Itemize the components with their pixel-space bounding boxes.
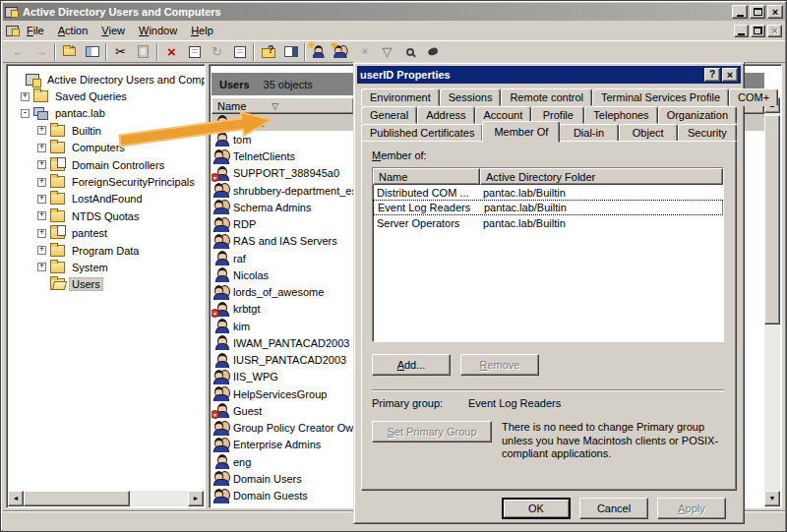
tree-item-lostandfound[interactable]: +LostAndFound <box>7 191 205 207</box>
paste-button[interactable] <box>132 42 154 62</box>
expand-icon[interactable]: + <box>37 229 46 238</box>
collapse-icon[interactable]: - <box>21 109 30 118</box>
dialog-close-button[interactable]: × <box>722 68 738 82</box>
dialog-title: userID Properties <box>360 69 702 81</box>
scroll-left-icon[interactable]: ◄ <box>8 491 24 506</box>
tab-telephones[interactable]: Telephones <box>584 106 657 124</box>
back-button[interactable]: ← <box>7 42 30 62</box>
tab-remote-control[interactable]: Remote control <box>501 89 592 106</box>
menu-file[interactable]: File <box>20 23 51 38</box>
scroll-thumb[interactable] <box>24 491 130 506</box>
ok-button[interactable]: OK <box>502 498 571 519</box>
new-group-button[interactable]: ✳ <box>331 42 353 62</box>
list-vertical-scrollbar[interactable]: ▲ ▼ <box>764 97 780 506</box>
user-icon <box>213 267 228 282</box>
expand-icon[interactable]: + <box>37 246 46 255</box>
mdi-close-button[interactable]: × <box>767 25 782 37</box>
show-console-tree-button[interactable] <box>81 42 103 62</box>
scroll-right-icon[interactable]: ► <box>188 491 204 506</box>
dialog-title-bar[interactable]: userID Properties ? × <box>357 66 741 84</box>
help-button[interactable] <box>257 42 279 62</box>
window-title-bar[interactable]: Active Directory Users and Computers × <box>3 3 785 21</box>
scroll-thumb[interactable] <box>764 115 780 325</box>
tree-item-foreignsecurityprincipals[interactable]: +ForeignSecurityPrincipals <box>7 173 205 190</box>
close-button[interactable]: × <box>767 5 783 19</box>
member-of-row[interactable]: Distributed COM ... pantac.lab/Builtin <box>373 185 723 200</box>
toolbar-separator <box>253 43 255 61</box>
new-user-button[interactable]: ✳ <box>308 42 331 62</box>
minimize-button[interactable] <box>732 5 748 19</box>
cancel-button[interactable]: Cancel <box>579 498 648 519</box>
maximize-button[interactable] <box>750 5 765 19</box>
tab-dial-in[interactable]: Dial-in <box>559 124 618 142</box>
remove-button[interactable]: Remove <box>460 354 539 376</box>
tree-item-root[interactable]: +Active Directory Users and Computer <box>7 71 205 88</box>
up-one-level-button[interactable] <box>58 42 81 62</box>
tab-object[interactable]: Object <box>619 124 678 142</box>
tree-item-pantest[interactable]: +pantest <box>7 225 205 242</box>
member-of-row[interactable]: Server Operators pantac.lab/Builtin <box>373 215 723 230</box>
toolbar-separator <box>54 43 56 61</box>
tab-security[interactable]: Security <box>678 124 737 142</box>
console-menu-icon[interactable] <box>6 25 20 36</box>
new-ou-button[interactable]: ✳ <box>353 42 376 62</box>
disabled-badge-icon: × <box>212 173 219 182</box>
set-primary-group-button[interactable]: Set Primary Group <box>372 421 492 443</box>
find-button[interactable] <box>398 42 421 62</box>
set-filter-button[interactable]: ▽ <box>376 42 398 62</box>
maximize-icon <box>754 8 762 16</box>
member-of-row-focused[interactable]: Event Log Readers pantac.lab/Builtin <box>373 200 723 215</box>
menu-action[interactable]: Action <box>51 23 95 38</box>
expand-icon[interactable]: + <box>37 263 46 271</box>
menu-help[interactable]: Help <box>184 23 220 38</box>
tree-item-users[interactable]: +Users <box>7 276 205 293</box>
tab-published-certificates[interactable]: Published Certificates <box>361 124 483 142</box>
tree-horizontal-scrollbar[interactable]: ◄ ► <box>8 491 204 506</box>
tab-environment[interactable]: Environment <box>361 89 440 106</box>
close-icon: × <box>727 70 733 81</box>
tab-address[interactable]: Address <box>417 106 474 124</box>
expand-icon[interactable]: + <box>37 195 46 204</box>
menu-window[interactable]: Window <box>132 23 184 38</box>
tab-general[interactable]: General <box>361 106 417 124</box>
expand-icon[interactable]: + <box>21 92 30 101</box>
expand-icon[interactable]: + <box>37 126 46 135</box>
mdi-minimize-button[interactable] <box>734 25 749 37</box>
member-of-list[interactable]: Name Active Directory Folder Distributed… <box>372 167 724 342</box>
expand-icon[interactable]: + <box>37 144 46 152</box>
tree-item-system[interactable]: +System <box>7 259 205 275</box>
advanced-button[interactable] <box>421 42 444 62</box>
mdi-close-icon: × <box>771 26 777 36</box>
tab-com-plus[interactable]: COM+ <box>729 89 778 106</box>
tree-item-program-data[interactable]: +Program Data <box>7 242 205 259</box>
open-folder-icon <box>50 278 65 290</box>
scroll-down-icon[interactable]: ▼ <box>764 491 780 506</box>
dialog-help-button[interactable]: ? <box>704 68 720 82</box>
menu-view[interactable]: View <box>94 23 132 38</box>
apply-button[interactable]: Apply <box>657 498 726 519</box>
tree-item-saved-queries[interactable]: +Saved Queries <box>7 88 205 104</box>
tab-member-of[interactable]: Member Of <box>482 121 560 143</box>
member-of-column-folder[interactable]: Active Directory Folder <box>480 168 723 185</box>
mdi-restore-button[interactable] <box>751 25 765 37</box>
tab-sessions[interactable]: Sessions <box>440 89 502 106</box>
tab-organization[interactable]: Organization <box>658 106 737 124</box>
cut-button[interactable]: ✂ <box>109 42 132 62</box>
member-of-column-name[interactable]: Name <box>373 168 480 185</box>
export-list-button[interactable] <box>228 42 251 62</box>
properties-button[interactable] <box>183 42 206 62</box>
tree-item-domain-controllers[interactable]: +Domain Controllers <box>7 156 205 173</box>
expand-icon[interactable]: + <box>37 178 46 187</box>
tree-item-ntds-quotas[interactable]: +NTDS Quotas <box>7 207 205 224</box>
primary-group-note: There is no need to change Primary group… <box>502 421 738 461</box>
expand-icon[interactable]: + <box>37 160 46 169</box>
tab-terminal-services-profile[interactable]: Terminal Services Profile <box>592 89 729 106</box>
minimize-icon <box>737 15 744 17</box>
forward-button[interactable]: → <box>30 42 52 62</box>
refresh-button[interactable]: ↻ <box>206 42 228 62</box>
show-taskpad-button[interactable] <box>279 42 302 62</box>
primary-group-label: Primary group: <box>372 397 443 409</box>
delete-button[interactable]: × <box>160 42 183 62</box>
expand-icon[interactable]: + <box>37 211 46 220</box>
add-button[interactable]: Add... <box>372 354 451 376</box>
